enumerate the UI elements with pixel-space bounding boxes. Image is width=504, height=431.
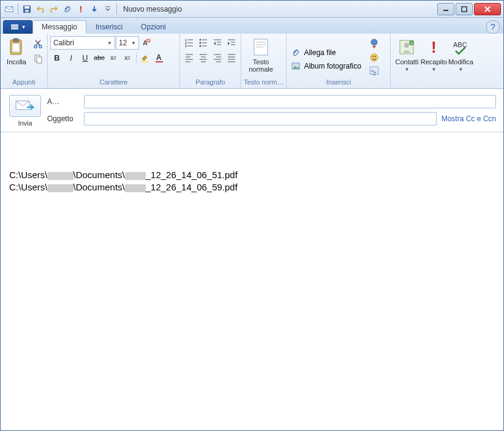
align-right-icon[interactable]: [211, 51, 224, 64]
attach-icon: [291, 48, 301, 57]
separator: [18, 4, 18, 15]
numbered-list-icon[interactable]: 123: [182, 36, 196, 50]
album-fotografico-button[interactable]: Album fotografico: [289, 60, 363, 72]
emoticon-smile-icon[interactable]: [367, 51, 381, 64]
redo-icon[interactable]: [48, 3, 60, 15]
contatti-label: Contatti: [395, 58, 418, 66]
group-label: Paragrafo: [182, 78, 238, 88]
undo-icon[interactable]: [34, 3, 47, 15]
font-name-combo[interactable]: Calibri▼: [50, 36, 115, 50]
high-importance-icon[interactable]: !: [75, 3, 87, 15]
emoticon-globe-icon[interactable]: [367, 37, 381, 51]
oggetto-label: Oggetto: [47, 114, 79, 123]
tab-opzioni[interactable]: Opzioni: [132, 20, 175, 34]
close-button[interactable]: [474, 3, 501, 15]
align-center-icon[interactable]: [197, 51, 210, 64]
group-right: + Contatti ▼ ! Recapito ▼ ABC Modifica ▼: [391, 34, 476, 88]
importance-icon: !: [424, 37, 443, 57]
svg-text:+: +: [410, 40, 413, 46]
copy-icon[interactable]: [31, 52, 45, 66]
incolla-button[interactable]: Incolla: [3, 35, 30, 66]
svg-rect-14: [13, 39, 18, 42]
to-label[interactable]: A…: [47, 97, 79, 106]
strikethrough-button[interactable]: abc: [92, 51, 106, 64]
svg-rect-24: [141, 61, 149, 62]
group-appunti: Incolla Appunti: [1, 34, 48, 88]
group-carattere: Calibri▼ 12▼ A B I U abc x2 x2: [48, 34, 180, 88]
decrease-indent-icon[interactable]: [211, 36, 224, 50]
svg-line-18: [36, 40, 40, 45]
svg-rect-3: [25, 10, 29, 12]
group-label: Inserisci: [289, 78, 388, 88]
help-icon[interactable]: ?: [486, 20, 500, 34]
svg-rect-71: [370, 67, 378, 74]
album-fotografico-label: Album fotografico: [304, 62, 361, 70]
svg-point-67: [371, 39, 377, 45]
new-message-icon[interactable]: [3, 3, 15, 15]
message-body[interactable]: C:\Users\\Documents\_12_26_14_06_51.pdf …: [1, 132, 503, 202]
modifica-button[interactable]: ABC Modifica ▼: [447, 35, 474, 72]
svg-point-16: [34, 45, 37, 48]
svg-point-33: [200, 39, 201, 41]
allega-file-label: Allega file: [304, 48, 336, 57]
paste-icon: [7, 37, 26, 57]
highlight-color-button[interactable]: [138, 51, 152, 64]
bullet-list-icon[interactable]: [197, 36, 210, 50]
attach-icon[interactable]: [61, 3, 73, 15]
photo-icon: [291, 62, 301, 70]
svg-point-68: [370, 54, 378, 61]
superscript-button[interactable]: x2: [121, 51, 134, 64]
save-icon[interactable]: [21, 3, 33, 15]
body-line-2: C:\Users\\Documents\_12_26_14_06_59.pdf: [9, 182, 238, 192]
show-cc-link[interactable]: Mostra Cc e Ccn: [442, 114, 496, 123]
oggetto-input[interactable]: [84, 112, 437, 126]
compose-header: Invia A… Oggetto Mostra Cc e Ccn: [1, 89, 503, 132]
svg-point-17: [39, 45, 42, 48]
group-label: Appunti: [3, 78, 45, 88]
invia-button[interactable]: [9, 95, 41, 117]
app-menu-button[interactable]: ▼: [3, 20, 32, 34]
testo-normale-button[interactable]: Testonormale: [244, 35, 278, 73]
title-bar: ! Nuovo messaggio: [1, 1, 503, 18]
separator: [136, 51, 137, 64]
testo-normale-label: Testonormale: [249, 58, 273, 73]
to-input[interactable]: [84, 95, 496, 108]
justify-icon[interactable]: [225, 51, 238, 64]
quick-access-toolbar: !: [3, 3, 118, 15]
bold-button[interactable]: B: [50, 51, 64, 64]
tab-messaggio[interactable]: Messaggio: [32, 20, 86, 34]
tab-inserisci[interactable]: Inserisci: [86, 20, 132, 34]
cut-icon[interactable]: [31, 37, 45, 51]
clear-formatting-icon[interactable]: A: [140, 36, 153, 50]
contatti-button[interactable]: + Contatti ▼: [393, 35, 420, 72]
ribbon-tabs: ▼ Messaggio Inserisci Opzioni ?: [1, 18, 503, 34]
ribbon: Incolla Appunti Calibri▼ 12▼: [1, 34, 503, 89]
svg-point-69: [372, 56, 374, 57]
italic-button[interactable]: I: [64, 51, 78, 64]
minimize-button[interactable]: [437, 3, 454, 15]
svg-point-35: [200, 42, 201, 44]
align-left-icon[interactable]: [182, 51, 196, 64]
svg-rect-11: [11, 26, 18, 28]
subscript-button[interactable]: x2: [107, 51, 120, 64]
recapito-button[interactable]: ! Recapito ▼: [420, 35, 447, 72]
underline-button[interactable]: U: [78, 51, 92, 64]
increase-indent-icon[interactable]: [225, 36, 238, 50]
font-color-button[interactable]: A: [152, 51, 166, 64]
svg-point-70: [375, 56, 376, 57]
font-size-combo[interactable]: 12▼: [116, 36, 139, 50]
group-paragrafo: 123 Paragrafo: [180, 34, 241, 88]
window-controls: [437, 3, 503, 15]
qat-customize-icon[interactable]: [102, 3, 114, 15]
svg-line-19: [36, 40, 40, 45]
maximize-button[interactable]: [456, 3, 473, 15]
font-name-value: Calibri: [53, 39, 74, 47]
signature-icon[interactable]: [367, 64, 381, 78]
group-label: Carattere: [50, 78, 177, 88]
svg-point-37: [200, 45, 201, 47]
contacts-icon: +: [397, 37, 416, 57]
group-inserisci: Allega file Album fotografico Inserisci: [287, 34, 391, 88]
allega-file-button[interactable]: Allega file: [289, 47, 363, 59]
low-importance-icon[interactable]: [88, 3, 100, 15]
modifica-label: Modifica: [448, 58, 473, 66]
